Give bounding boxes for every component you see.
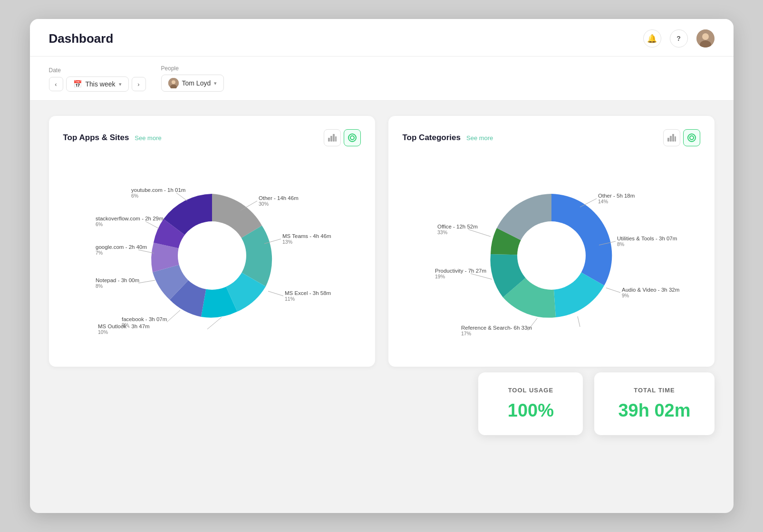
svg-text:Audio & Video - 3h 32m: Audio & Video - 3h 32m bbox=[622, 287, 679, 293]
top-categories-title: Top Categories bbox=[403, 133, 461, 142]
header-actions: 🔔 ? bbox=[643, 29, 715, 48]
svg-point-1 bbox=[702, 33, 709, 40]
svg-rect-9 bbox=[335, 136, 337, 142]
svg-text:Other - 14h 46m: Other - 14h 46m bbox=[259, 195, 299, 201]
svg-line-28 bbox=[138, 280, 155, 283]
svg-rect-40 bbox=[667, 138, 669, 142]
svg-text:google.com - 2h 40m: google.com - 2h 40m bbox=[96, 244, 147, 250]
categories-bar-chart-toggle[interactable] bbox=[663, 129, 680, 146]
svg-line-25 bbox=[167, 310, 180, 322]
svg-text:Other - 5h 18m: Other - 5h 18m bbox=[598, 193, 635, 199]
people-value: Tom Loyd bbox=[182, 79, 211, 87]
svg-text:9%: 9% bbox=[122, 322, 129, 328]
tool-usage-card: TOOL USAGE 100% bbox=[478, 372, 583, 435]
svg-point-4 bbox=[172, 80, 175, 84]
svg-text:10%: 10% bbox=[98, 329, 108, 335]
notification-button[interactable]: 🔔 bbox=[643, 29, 661, 48]
svg-rect-8 bbox=[333, 134, 335, 142]
svg-rect-43 bbox=[675, 136, 676, 142]
svg-point-10 bbox=[348, 134, 356, 142]
filter-bar: Date ‹ 📅 This week ▾ › People bbox=[30, 57, 734, 101]
people-chevron-icon: ▾ bbox=[214, 80, 217, 86]
svg-text:Utilities & Tools - 3h 07m: Utilities & Tools - 3h 07m bbox=[617, 236, 677, 241]
top-apps-donut-svg: Other - 14h 46m 30% MS Teams - 4h 46m 13… bbox=[93, 151, 331, 355]
date-control: ‹ 📅 This week ▾ › bbox=[49, 76, 146, 92]
date-value: This week bbox=[86, 80, 116, 88]
svg-text:facebook - 3h 07m: facebook - 3h 07m bbox=[122, 316, 167, 322]
calendar-icon: 📅 bbox=[73, 80, 82, 88]
svg-text:13%: 13% bbox=[282, 239, 292, 245]
svg-point-12 bbox=[178, 221, 246, 290]
svg-point-44 bbox=[688, 134, 695, 142]
svg-text:33%: 33% bbox=[437, 229, 447, 235]
help-button[interactable]: ? bbox=[670, 29, 688, 48]
svg-rect-42 bbox=[672, 134, 674, 142]
svg-text:6%: 6% bbox=[131, 193, 138, 199]
chevron-right-icon: › bbox=[137, 81, 139, 88]
people-picker[interactable]: Tom Loyd ▾ bbox=[161, 75, 224, 92]
svg-text:Notepad - 3h 00m: Notepad - 3h 00m bbox=[96, 277, 139, 283]
svg-line-37 bbox=[176, 193, 187, 201]
tool-usage-label: TOOL USAGE bbox=[502, 387, 559, 394]
top-categories-view-toggle bbox=[663, 129, 700, 146]
svg-line-53 bbox=[606, 288, 620, 293]
avatar[interactable] bbox=[696, 29, 715, 48]
svg-text:stackoverflow.com - 2h 29m: stackoverflow.com - 2h 29m bbox=[96, 216, 164, 221]
notification-icon: 🔔 bbox=[647, 34, 657, 44]
svg-text:19%: 19% bbox=[435, 274, 445, 279]
top-categories-donut-svg: Other - 5h 18m 14% Utilities & Tools - 3… bbox=[433, 151, 670, 355]
top-apps-donut-area: Other - 14h 46m 30% MS Teams - 4h 46m 13… bbox=[63, 151, 361, 355]
help-icon: ? bbox=[676, 35, 681, 42]
svg-text:7%: 7% bbox=[96, 250, 103, 256]
svg-text:14%: 14% bbox=[598, 199, 608, 204]
svg-point-45 bbox=[690, 136, 694, 140]
top-categories-card: Top Categories See more bbox=[388, 116, 715, 367]
people-label: People bbox=[161, 65, 224, 72]
top-apps-see-more[interactable]: See more bbox=[135, 134, 161, 142]
date-picker[interactable]: 📅 This week ▾ bbox=[66, 76, 129, 92]
svg-text:9%: 9% bbox=[622, 293, 629, 298]
app-window: Dashboard 🔔 ? Date ‹ bbox=[30, 19, 734, 513]
top-apps-view-toggle bbox=[324, 129, 361, 146]
svg-text:17%: 17% bbox=[461, 331, 471, 336]
total-time-card: TOTAL TIME 39h 02m bbox=[594, 372, 714, 435]
svg-text:6%: 6% bbox=[96, 221, 103, 227]
date-prev-button[interactable]: ‹ bbox=[49, 77, 63, 91]
top-apps-card: Top Apps & Sites See more bbox=[49, 116, 375, 367]
top-categories-see-more[interactable]: See more bbox=[466, 134, 493, 142]
svg-rect-6 bbox=[328, 138, 330, 142]
svg-text:Productivity - 7h 27m: Productivity - 7h 27m bbox=[435, 268, 486, 274]
svg-line-22 bbox=[207, 317, 222, 329]
top-categories-donut-area: Other - 5h 18m 14% Utilities & Tools - 3… bbox=[403, 151, 700, 355]
svg-line-60 bbox=[471, 274, 492, 279]
svg-line-31 bbox=[138, 250, 154, 253]
people-filter-group: People Tom Loyd ▾ bbox=[161, 65, 224, 92]
date-filter-group: Date ‹ 📅 This week ▾ › bbox=[49, 67, 146, 92]
chevron-left-icon: ‹ bbox=[55, 81, 57, 88]
apps-bar-chart-toggle[interactable] bbox=[324, 129, 341, 146]
svg-text:8%: 8% bbox=[96, 283, 103, 289]
svg-text:30%: 30% bbox=[259, 201, 269, 207]
svg-line-19 bbox=[268, 291, 283, 296]
top-apps-title-group: Top Apps & Sites See more bbox=[63, 133, 162, 142]
svg-line-34 bbox=[145, 221, 159, 228]
page-title: Dashboard bbox=[49, 31, 114, 46]
top-apps-title: Top Apps & Sites bbox=[63, 133, 129, 142]
apps-donut-chart-toggle[interactable] bbox=[344, 129, 361, 146]
header: Dashboard 🔔 ? bbox=[30, 19, 734, 57]
svg-text:Office - 12h 52m: Office - 12h 52m bbox=[437, 224, 478, 229]
top-categories-title-group: Top Categories See more bbox=[403, 133, 493, 142]
top-apps-header: Top Apps & Sites See more bbox=[63, 129, 361, 146]
total-time-value: 39h 02m bbox=[618, 400, 690, 421]
stats-row: TOOL USAGE 100% TOTAL TIME 39h 02m bbox=[30, 372, 734, 454]
svg-line-59 bbox=[578, 316, 580, 327]
categories-donut-chart-toggle[interactable] bbox=[683, 129, 700, 146]
svg-rect-41 bbox=[670, 136, 672, 142]
svg-text:11%: 11% bbox=[285, 296, 295, 302]
tool-usage-value: 100% bbox=[502, 400, 559, 421]
svg-text:MS Excel - 3h 58m: MS Excel - 3h 58m bbox=[285, 290, 331, 296]
svg-line-63 bbox=[468, 229, 491, 237]
date-next-button[interactable]: › bbox=[132, 77, 146, 91]
people-control: Tom Loyd ▾ bbox=[161, 75, 224, 92]
svg-point-11 bbox=[350, 136, 354, 140]
